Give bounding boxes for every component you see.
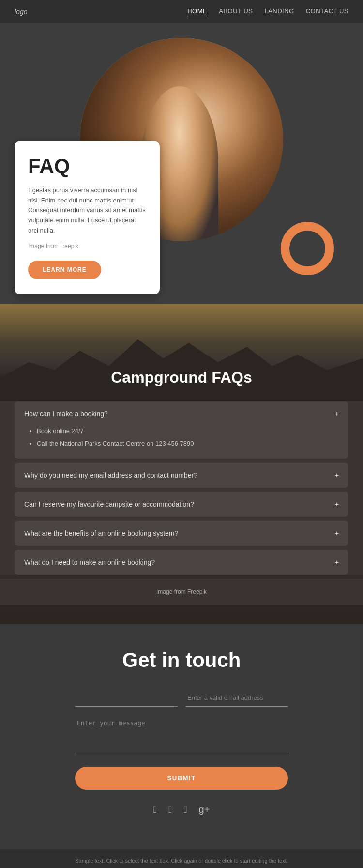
faq-card-title: FAQ [28, 155, 146, 178]
faq-header-5[interactable]: What do I need to make an online booking… [15, 550, 348, 575]
instagram-icon[interactable]:  [183, 804, 187, 815]
nav-about[interactable]: ABOUT US [219, 7, 253, 16]
hero-section: FAQ Egestas purus viverra accumsan in ni… [0, 23, 363, 304]
footer-text: Sample text. Click to select the text bo… [10, 857, 353, 866]
contact-title: Get in touch [15, 649, 348, 672]
logo: logo [15, 8, 27, 16]
faq-credit-text: Image from [156, 589, 187, 595]
nav-home[interactable]: HOME [187, 7, 207, 16]
twitter-icon[interactable]:  [168, 804, 172, 815]
learn-more-button[interactable]: LEARN MORE [28, 261, 101, 279]
faq-toggle-4[interactable]: + [335, 529, 339, 537]
faq-accordion: How can I make a booking? + Book online … [0, 401, 363, 575]
faq-toggle-3[interactable]: + [335, 500, 339, 508]
faq-question-5: What do I need to make an online booking… [24, 558, 155, 566]
faq-toggle-1[interactable]: + [335, 410, 339, 418]
faq-image-credit: Image from Freepik [0, 579, 363, 605]
faq-item-5: What do I need to make an online booking… [15, 550, 348, 575]
faq-question-1: How can I make a booking? [24, 410, 108, 418]
faq-question-4: What are the benefits of an online booki… [24, 529, 178, 537]
facebook-icon[interactable]:  [153, 804, 157, 815]
form-row-name-email [75, 689, 288, 707]
faq-item-4: What are the benefits of an online booki… [15, 521, 348, 546]
faq-content-1: Book online 24/7 Call the National Parks… [15, 426, 348, 459]
faq-question-2: Why do you need my email address and con… [24, 471, 197, 479]
faq-header-2[interactable]: Why do you need my email address and con… [15, 463, 348, 488]
email-input[interactable] [185, 689, 288, 707]
faq-card-credit: Image from Freepik [28, 242, 146, 251]
faq-header-1[interactable]: How can I make a booking? + [15, 401, 348, 426]
faq-item-1: How can I make a booking? + Book online … [15, 401, 348, 459]
nav-landing[interactable]: LANDING [264, 7, 294, 16]
footer: Sample text. Click to select the text bo… [0, 849, 363, 868]
contact-section: Get in touch SUBMIT    g+ [0, 624, 363, 849]
message-textarea[interactable] [75, 714, 288, 753]
faq-answer-bullet-1-2: Call the National Parks Contact Centre o… [37, 439, 339, 449]
faq-header-3[interactable]: Can I reserve my favourite campsite or a… [15, 492, 348, 517]
campground-faq-section: Campground FAQs How can I make a booking… [0, 304, 363, 624]
social-icons:    g+ [15, 804, 348, 815]
nav-contact[interactable]: CONTACT US [306, 7, 348, 16]
faq-question-3: Can I reserve my favourite campsite or a… [24, 500, 194, 508]
campground-faq-title: Campground FAQs [111, 369, 252, 391]
nav-links: HOME ABOUT US LANDING CONTACT US [187, 7, 348, 16]
navbar: logo HOME ABOUT US LANDING CONTACT US [0, 0, 363, 23]
faq-answer-bullet-1-1: Book online 24/7 [37, 426, 339, 436]
faq-item-2: Why do you need my email address and con… [15, 463, 348, 488]
faq-card-description: Egestas purus viverra accumsan in nisl n… [28, 186, 146, 236]
faq-toggle-5[interactable]: + [335, 558, 339, 566]
googleplus-icon[interactable]: g+ [199, 804, 210, 815]
faq-card: FAQ Egestas purus viverra accumsan in ni… [15, 141, 160, 294]
submit-button[interactable]: SUBMIT [75, 767, 288, 790]
name-input[interactable] [75, 689, 178, 707]
faq-toggle-2[interactable]: + [335, 471, 339, 479]
orange-ring-decoration [281, 222, 334, 275]
faq-header-4[interactable]: What are the benefits of an online booki… [15, 521, 348, 546]
contact-form: SUBMIT [75, 689, 288, 804]
faq-item-3: Can I reserve my favourite campsite or a… [15, 492, 348, 517]
campground-banner: Campground FAQs [0, 304, 363, 401]
faq-credit-link[interactable]: Freepik [187, 589, 207, 595]
